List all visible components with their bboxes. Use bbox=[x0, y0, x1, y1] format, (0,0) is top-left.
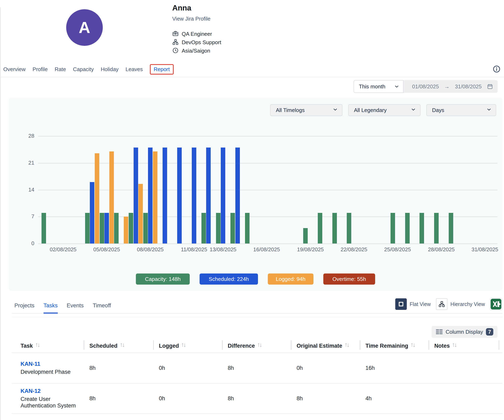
y-axis-label: 21 bbox=[15, 160, 34, 166]
view-jira-profile-link[interactable]: View Jira Profile bbox=[172, 16, 221, 22]
tab-overview[interactable]: Overview bbox=[3, 66, 25, 72]
bar-scheduled-day11[interactable] bbox=[192, 148, 196, 243]
tab-projects[interactable]: Projects bbox=[14, 302, 35, 313]
bar-capacity-day13[interactable] bbox=[216, 213, 221, 243]
bar-capacity-day14[interactable] bbox=[230, 213, 235, 243]
bar-logged-day6[interactable] bbox=[124, 217, 128, 243]
bar-capacity-day1[interactable] bbox=[42, 213, 46, 243]
bar-capacity-day7[interactable] bbox=[129, 213, 133, 243]
task-summary: Development Phase bbox=[21, 369, 84, 375]
bar-capacity-day12[interactable] bbox=[201, 213, 206, 243]
bar-capacity-day15[interactable] bbox=[245, 213, 250, 243]
table-header: TaskScheduledLoggedDifferenceOriginal Es… bbox=[12, 339, 503, 353]
bar-capacity-day27[interactable] bbox=[420, 213, 424, 243]
x-axis-label: 08/08/2025 bbox=[133, 246, 168, 253]
column-header-task[interactable]: Task bbox=[12, 339, 84, 353]
excel-export-button[interactable] bbox=[489, 297, 503, 311]
profile-meta-label: QA Engineer bbox=[182, 31, 212, 37]
info-button[interactable] bbox=[492, 65, 501, 74]
tab-leaves[interactable]: Leaves bbox=[126, 66, 143, 72]
sort-icon[interactable] bbox=[345, 342, 349, 349]
original-estimate-cell: 8h bbox=[291, 395, 360, 402]
sort-icon[interactable] bbox=[411, 342, 415, 349]
avatar-initial: A bbox=[79, 18, 90, 37]
tab-rate[interactable]: Rate bbox=[55, 66, 66, 72]
bar-capacity-day19[interactable] bbox=[303, 228, 308, 243]
bar-scheduled-day10[interactable] bbox=[177, 148, 182, 243]
hierarchy-view-button[interactable] bbox=[436, 298, 447, 310]
task-summary: Create User Authentication System bbox=[21, 396, 84, 409]
chart-filter-all-timelogs[interactable]: All Timelogs bbox=[270, 104, 342, 116]
tab-profile[interactable]: Profile bbox=[32, 66, 48, 72]
tab-tasks[interactable]: Tasks bbox=[44, 302, 58, 314]
bar-logged-day5[interactable] bbox=[109, 151, 114, 243]
profile-meta: QA EngineerDevOps SupportAsia/Saigon bbox=[172, 30, 221, 55]
sort-icon[interactable] bbox=[452, 342, 457, 349]
column-header-logged[interactable]: Logged bbox=[153, 339, 222, 353]
column-display-button[interactable]: Column Display 7 bbox=[432, 326, 498, 338]
tab-report[interactable]: Report bbox=[150, 64, 174, 75]
bar-capacity-day5[interactable] bbox=[100, 213, 104, 243]
bar-capacity-day8[interactable] bbox=[143, 213, 148, 243]
bar-scheduled-day12[interactable] bbox=[206, 148, 211, 243]
date-preset-select[interactable]: This month bbox=[354, 80, 403, 93]
sort-icon[interactable] bbox=[181, 342, 186, 349]
bar-scheduled-day4[interactable] bbox=[90, 182, 94, 243]
bar-capacity-day6[interactable] bbox=[114, 213, 119, 243]
bar-logged-day7[interactable] bbox=[138, 184, 143, 243]
bar-capacity-day4[interactable] bbox=[85, 213, 90, 243]
legend-scheduled-button[interactable]: Scheduled: 224h bbox=[200, 273, 258, 284]
bar-scheduled-day7[interactable] bbox=[134, 148, 138, 243]
bar-scheduled-day13[interactable] bbox=[221, 148, 225, 243]
sort-icon[interactable] bbox=[35, 342, 40, 349]
task-key-link[interactable]: KAN-11 bbox=[21, 361, 84, 367]
x-axis-label: 28/08/2025 bbox=[424, 246, 459, 253]
info-icon bbox=[492, 65, 501, 73]
chart-filter-days[interactable]: Days bbox=[426, 104, 496, 116]
column-header-original-estimate[interactable]: Original Estimate bbox=[291, 339, 360, 353]
chevron-down-icon bbox=[486, 107, 492, 114]
sort-icon[interactable] bbox=[257, 342, 262, 349]
bar-scheduled-day9[interactable] bbox=[162, 148, 167, 243]
bar-capacity-day29[interactable] bbox=[449, 213, 453, 243]
bar-scheduled-day8[interactable] bbox=[148, 148, 152, 243]
gridline-y28 bbox=[38, 136, 498, 136]
tab-capacity[interactable]: Capacity bbox=[73, 66, 94, 72]
flat-view-button[interactable] bbox=[395, 298, 407, 310]
tab-events[interactable]: Events bbox=[67, 302, 84, 313]
column-header-difference[interactable]: Difference bbox=[222, 339, 291, 353]
table-row: KAN-12Create User Authentication System8… bbox=[12, 384, 503, 414]
tab-holiday[interactable]: Holiday bbox=[101, 66, 119, 72]
bar-capacity-day25[interactable] bbox=[390, 213, 395, 243]
legend-logged-button[interactable]: Logged: 94h bbox=[268, 273, 313, 284]
x-axis-label: 25/08/2025 bbox=[380, 246, 415, 253]
lower-tabs: ProjectsTasksEventsTimeoff bbox=[12, 302, 111, 313]
table-row: KAN-13Implement Dashboard8h0h8h8h1h bbox=[12, 414, 503, 420]
column-header-scheduled[interactable]: Scheduled bbox=[84, 339, 153, 353]
x-axis-label: 31/08/2025 bbox=[468, 246, 502, 253]
column-header-label: Task bbox=[21, 343, 33, 349]
bar-scheduled-day14[interactable] bbox=[235, 148, 240, 243]
bar-capacity-day28[interactable] bbox=[434, 213, 439, 243]
bar-capacity-day21[interactable] bbox=[332, 213, 337, 243]
bar-capacity-day20[interactable] bbox=[318, 213, 322, 243]
legend-capacity-button[interactable]: Capacity: 148h bbox=[136, 273, 190, 284]
column-header-notes[interactable]: Notes bbox=[429, 339, 500, 353]
column-header-label: Time Remaining bbox=[366, 343, 408, 349]
bar-logged-day8[interactable] bbox=[153, 151, 157, 243]
task-key-link[interactable]: KAN-12 bbox=[21, 388, 84, 394]
bar-scheduled-day5[interactable] bbox=[104, 213, 109, 243]
difference-cell: 8h bbox=[222, 395, 291, 402]
legend-overtime-button[interactable]: Overtime: 55h bbox=[323, 273, 375, 284]
view-toggles: Flat View Hierarchy View bbox=[395, 297, 503, 313]
bar-capacity-day26[interactable] bbox=[405, 213, 410, 243]
chart-filter-all-legendary[interactable]: All Legendary bbox=[348, 104, 420, 116]
bar-capacity-day22[interactable] bbox=[347, 213, 351, 243]
date-range-input[interactable]: 01/08/2025 → 31/08/2025 bbox=[403, 80, 498, 93]
column-header-time-remaining[interactable]: Time Remaining bbox=[360, 339, 429, 353]
x-axis-label: 16/08/2025 bbox=[249, 246, 284, 253]
bar-logged-day4[interactable] bbox=[95, 153, 99, 243]
tab-timeoff[interactable]: Timeoff bbox=[93, 302, 111, 313]
sort-icon[interactable] bbox=[120, 342, 125, 349]
org-chart-icon bbox=[172, 39, 179, 46]
